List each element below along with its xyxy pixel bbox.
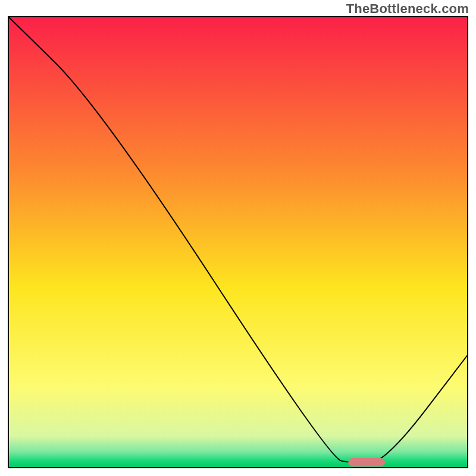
optimal-zone-marker [348, 458, 385, 466]
bottleneck-chart [0, 0, 476, 476]
chart-background-gradient [8, 17, 468, 468]
watermark-text: TheBottleneck.com [346, 1, 469, 17]
chart-container: TheBottleneck.com [0, 0, 476, 476]
